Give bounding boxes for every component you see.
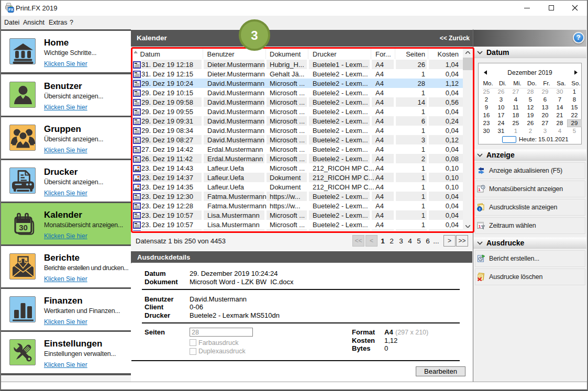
svg-text:FX: FX xyxy=(8,7,14,12)
svg-text:!: ! xyxy=(479,207,481,211)
svg-text:1: 1 xyxy=(479,224,481,229)
svg-text:30: 30 xyxy=(19,223,28,232)
svg-text:1: 1 xyxy=(478,187,481,192)
